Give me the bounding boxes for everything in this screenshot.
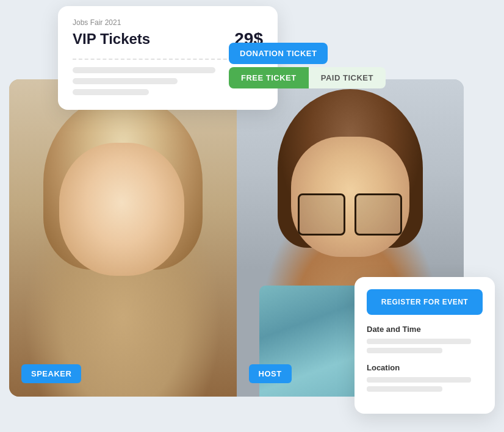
speaker-photo: SPEAKER xyxy=(9,79,237,397)
location-skeleton-1 xyxy=(367,377,471,383)
date-skeleton-2 xyxy=(367,348,442,353)
speaker-badge: SPEAKER xyxy=(21,364,81,383)
host-badge: HOST xyxy=(249,364,292,383)
date-time-skeleton xyxy=(367,339,483,353)
skeleton-line-3 xyxy=(73,89,149,95)
main-container: SPEAKER HOST Jobs Fair 2021 VIP Tickets … xyxy=(0,0,504,432)
woman-figure xyxy=(9,79,237,397)
location-skeleton xyxy=(367,377,483,392)
skeleton-line-2 xyxy=(73,78,178,84)
date-skeleton-1 xyxy=(367,339,471,344)
donation-ticket-tab[interactable]: DONATION TICKET xyxy=(229,43,328,64)
date-time-label: Date and Time xyxy=(367,325,483,334)
ticket-type-tabs: FREE TICKET PAID TICKET xyxy=(229,67,386,88)
register-button[interactable]: REGISTER FOR EVENT xyxy=(367,289,483,315)
location-skeleton-2 xyxy=(367,386,442,392)
man-glasses xyxy=(298,193,402,231)
ticket-tabs: DONATION TICKET xyxy=(229,43,328,64)
paid-ticket-tab[interactable]: PAID TICKET xyxy=(309,67,386,88)
vip-title: VIP Tickets xyxy=(73,31,150,48)
skeleton-line-1 xyxy=(73,67,215,73)
register-card: REGISTER FOR EVENT Date and Time Locatio… xyxy=(355,277,495,414)
free-ticket-tab[interactable]: FREE TICKET xyxy=(229,67,309,88)
event-name: Jobs Fair 2021 xyxy=(73,18,263,27)
location-label: Location xyxy=(367,363,483,372)
